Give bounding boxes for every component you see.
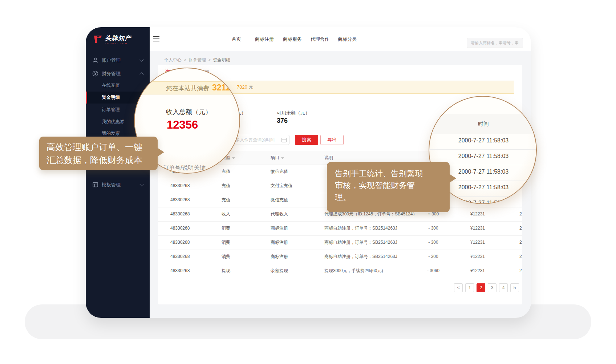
nav-trademark-service[interactable]: 商标服务 <box>283 27 302 51</box>
stats-divider <box>272 107 272 129</box>
magnified-banner-prefix: 您在本站共消费 <box>166 84 209 93</box>
consumption-banner-text: 7820 元 <box>237 81 254 93</box>
magnified-time: 2000-7-27 11:58:03 <box>429 137 537 144</box>
consumption-unit: 元 <box>249 84 254 90</box>
magnified-income-value: 12356 <box>167 118 198 132</box>
chevron-up-icon <box>139 72 143 76</box>
user-icon <box>92 57 98 63</box>
sidebar-item-account[interactable]: 账户管理 <box>86 54 150 66</box>
logo-flag-icon <box>94 35 102 43</box>
balance-value: 376 <box>277 117 288 125</box>
page-prev[interactable]: < <box>454 283 463 292</box>
table-row: 48330268消费商标注册商标自助注册，订单号：SB2514263J- 300… <box>158 250 522 264</box>
sidebar: 头牌知产 TOUPAI.COM 账户管理 财务管理 在线充值 <box>86 27 150 318</box>
table-row: 48330268提现余额提现提现3000元，手续费2%(60元)- 3060¥1… <box>158 264 522 278</box>
calendar-icon[interactable] <box>281 138 287 142</box>
col-project[interactable]: 项目 <box>271 151 284 165</box>
callout-arrow-icon <box>157 147 164 157</box>
sidebar-item-label: 账户管理 <box>102 54 121 66</box>
pagination: < 1 2 3 4 5 <box>454 283 519 292</box>
magnified-time: 2000-7-27 11:58:03 <box>429 153 537 159</box>
balance-label: 可用余额（元） <box>277 110 310 116</box>
menu-icon[interactable] <box>153 36 159 41</box>
nav-home[interactable]: 首页 <box>232 27 241 51</box>
page: 头牌知产 TOUPAI.COM 账户管理 财务管理 在线充值 <box>0 0 616 364</box>
sidebar-item-label: 财务管理 <box>102 68 121 80</box>
sidebar-item-template[interactable]: 模板管理 <box>86 179 150 191</box>
magnified-time-header: 时间 <box>429 121 537 128</box>
logo: 头牌知产 TOUPAI.COM <box>94 35 131 45</box>
page-3[interactable]: 3 <box>488 283 497 292</box>
sidebar-item-label: 模板管理 <box>102 179 121 191</box>
logo-subtitle: TOUPAI.COM <box>105 43 131 45</box>
template-icon <box>92 182 98 188</box>
sort-icon <box>232 157 235 159</box>
magnified-income-label: 收入总额（元） <box>166 108 212 116</box>
callout-right: 告别手工统计、告别繁琐 审核，实现智能财务管 理。 <box>327 162 450 212</box>
callout-left: 高效管理账户订单、一键 汇总数据，降低财务成本 <box>39 137 158 170</box>
sidebar-item-finance[interactable]: 财务管理 <box>86 68 150 80</box>
chevron-down-icon <box>139 57 143 61</box>
search-input[interactable] <box>467 38 523 48</box>
page-2-active[interactable]: 2 <box>477 283 485 292</box>
callout-arrow-icon <box>449 174 456 183</box>
nav-trademark-category[interactable]: 商标分类 <box>338 27 357 51</box>
nav-agency-cooperation[interactable]: 代理合作 <box>311 27 329 51</box>
page-5[interactable]: 5 <box>510 283 519 292</box>
table-row: 48330268消费商标注册商标自助注册，订单号：SB2514263J- 300… <box>158 221 522 236</box>
logo-title: 头牌知产 <box>105 35 131 41</box>
export-button[interactable]: 导出 <box>320 135 344 145</box>
search-button[interactable]: 搜索 <box>295 135 318 145</box>
magnified-table-header: 订单号/说明关键 <box>163 164 205 172</box>
table-row: 48330268消费商标注册商标自助注册，订单号：SB2514263J- 300… <box>158 235 522 250</box>
page-4[interactable]: 4 <box>499 283 508 292</box>
chevron-down-icon <box>139 182 143 186</box>
page-1[interactable]: 1 <box>465 283 474 292</box>
finance-icon <box>92 70 98 77</box>
sort-icon <box>281 157 284 159</box>
consumption-amount: 7820 <box>237 84 247 90</box>
sidebar-item-online-recharge[interactable]: 在线充值 <box>86 80 150 92</box>
nav-trademark-register[interactable]: 商标注册 <box>255 27 274 51</box>
breadcrumb: 个人中心>财务管理>资金明细 <box>164 57 230 63</box>
